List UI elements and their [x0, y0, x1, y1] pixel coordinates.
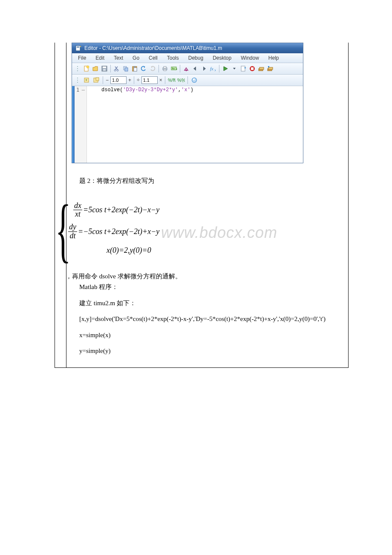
titlebar: Editor - C:\Users\Administrator\Document… [72, 43, 303, 53]
menu-tools[interactable]: Tools [163, 54, 183, 62]
menu-debug[interactable]: Debug [184, 54, 208, 62]
gutter: 1 – [75, 86, 87, 163]
svg-rect-17 [134, 68, 137, 71]
menu-edit[interactable]: Edit [91, 54, 109, 62]
run-dropdown-icon[interactable] [231, 65, 238, 72]
inner-box: Editor - C:\Users\Administrator\Document… [66, 43, 348, 367]
editor-body: 1 – dsolve('D3y-D2y-3*Dy+2*y','x') [72, 86, 303, 163]
run-icon[interactable] [222, 65, 229, 72]
plus-label[interactable]: + [128, 77, 131, 83]
eq3-text: x(0)=2,y(0)=0 [107, 245, 151, 256]
code-area[interactable]: dsolve('D3y-D2y-3*Dy+2*y','x') [87, 86, 198, 163]
forward-arrow-icon[interactable] [200, 65, 208, 72]
svg-rect-16 [134, 66, 135, 67]
watermark: www.bdocx.com [161, 221, 277, 244]
publish-icon[interactable] [239, 65, 247, 72]
cell-value-1[interactable]: 1.0 [110, 76, 127, 84]
times-label[interactable]: × [159, 77, 162, 83]
svg-point-5 [77, 70, 78, 71]
save-icon[interactable] [101, 65, 108, 72]
svg-text:+: + [85, 78, 87, 82]
svg-rect-33 [268, 66, 269, 67]
svg-point-34 [77, 78, 78, 78]
paragraph-1: ，再用命令 dsolve 求解微分方程的通解。 [66, 272, 341, 281]
grip-icon [74, 65, 81, 72]
copy-icon[interactable] [122, 65, 130, 72]
svg-rect-21 [171, 67, 176, 70]
svg-rect-26 [241, 66, 245, 71]
comment-icon[interactable] [170, 65, 178, 72]
separator-icon [159, 65, 159, 72]
equation-3: x(0)=2,y(0)=0 [107, 245, 341, 256]
cut-icon[interactable] [113, 65, 121, 72]
new-file-icon[interactable] [83, 65, 90, 72]
percent-down-icon[interactable]: %%- [177, 76, 185, 84]
svg-point-47 [193, 78, 195, 80]
menu-text[interactable]: Text [110, 54, 127, 62]
code-str1: 'D3y-D2y-3*Dy+2*y' [123, 87, 178, 93]
separator-icon [180, 65, 180, 72]
toolbar-2: + − 1.0 + ÷ 1.1 × %%+ %%- [72, 75, 303, 86]
code-fn: dsolve [101, 87, 120, 93]
svg-rect-19 [164, 66, 166, 68]
page-box: Editor - C:\Users\Administrator\Document… [55, 43, 349, 368]
open-file-icon[interactable] [92, 65, 99, 72]
back-arrow-icon[interactable] [191, 65, 199, 72]
svg-point-7 [86, 66, 89, 68]
svg-text:-: - [182, 80, 184, 84]
undo-icon[interactable] [140, 65, 147, 72]
find-icon[interactable] [182, 65, 190, 72]
minus-label[interactable]: − [106, 77, 109, 83]
svg-text:fx: fx [210, 66, 213, 71]
svg-rect-0 [76, 46, 80, 51]
svg-rect-1 [77, 46, 79, 47]
paragraph-5: x=simple(x) [79, 330, 341, 340]
paste-icon[interactable] [131, 65, 138, 72]
svg-rect-2 [77, 47, 79, 48]
fx-icon[interactable]: fx [209, 65, 217, 72]
paragraph-2: Matlab 程序： [79, 282, 341, 292]
fraction-dx-xt: dx xt [73, 202, 82, 219]
menu-help[interactable]: Help [264, 54, 283, 62]
eq2-rhs: =−5cos t+2exp(−2t)+x−y [78, 226, 159, 237]
equation-2: www.bdocx.com dy dt =−5cos t+2exp(−2t)+x… [67, 223, 341, 240]
svg-rect-23 [172, 69, 175, 69]
cell-minus-icon[interactable] [92, 76, 100, 84]
svg-rect-20 [164, 69, 166, 71]
cell-value-2[interactable]: 1.1 [141, 76, 158, 84]
paragraph-4: [x,y]=dsolve('Dx=5*cos(t)+2*exp(-2*t)-x-… [66, 314, 341, 324]
percent-up-icon[interactable]: %%+ [168, 76, 176, 84]
menu-window[interactable]: Window [236, 54, 263, 62]
grip-icon [74, 76, 81, 84]
redo-icon[interactable] [149, 65, 156, 72]
body-text: 题 2：将微分方程组改写为 { dx xt =5cos t+2exp(−2t)−… [59, 176, 348, 356]
fraction-dy-dt: dy dt [68, 223, 77, 240]
editor-icon [75, 44, 82, 52]
svg-text:%%: %% [177, 78, 185, 83]
equation-1: dx xt =5cos t+2exp(−2t)−x−y [72, 202, 341, 219]
svg-rect-9 [103, 66, 106, 68]
stack2-icon[interactable] [266, 65, 274, 72]
svg-point-4 [77, 68, 78, 69]
divide-label[interactable]: ÷ [137, 77, 140, 83]
paragraph-3: 建立 timu2.m 如下： [79, 298, 341, 308]
cell-plus-icon[interactable]: + [83, 76, 91, 84]
stack-icon[interactable] [257, 65, 265, 72]
menu-cell[interactable]: Cell [144, 54, 162, 62]
title-text: Editor - C:\Users\Administrator\Document… [84, 45, 222, 51]
menu-desktop[interactable]: Desktop [208, 54, 236, 62]
code-str2: 'x' [181, 87, 190, 93]
svg-point-3 [77, 66, 78, 67]
paren-close: ) [190, 87, 193, 93]
equation-system: { dx xt =5cos t+2exp(−2t)−x−y www.bdocx.… [59, 192, 341, 262]
separator-icon [165, 76, 165, 84]
svg-rect-22 [172, 68, 173, 68]
svg-rect-40 [96, 78, 99, 81]
info-icon[interactable] [190, 76, 198, 84]
svg-point-35 [77, 80, 78, 81]
stop-icon[interactable] [248, 65, 256, 72]
line-number: 1 [76, 87, 79, 93]
menu-file[interactable]: File [74, 54, 90, 62]
print-icon[interactable] [161, 65, 169, 72]
menu-go[interactable]: Go [128, 54, 144, 62]
